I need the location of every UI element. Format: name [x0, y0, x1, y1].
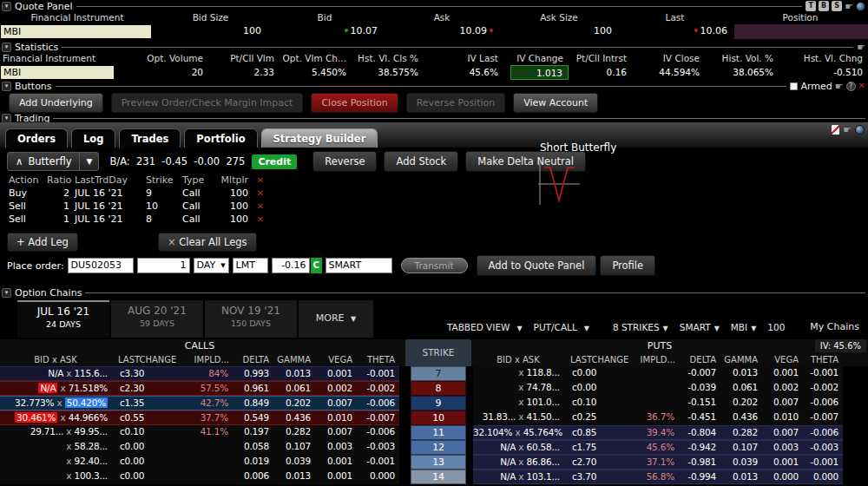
remove-leg-icon[interactable]: ✕ [253, 187, 267, 200]
close-position-button[interactable]: Close Position [311, 93, 398, 113]
leg-type[interactable]: Call [182, 187, 215, 200]
symbol-cell[interactable]: MBI [1, 66, 114, 79]
put-bid-ask-cell[interactable]: 32.104% x 45.764% [473, 426, 563, 439]
reverse-position-button[interactable]: Reverse Position [406, 93, 506, 113]
order-type-input[interactable]: LMT [233, 258, 268, 273]
strikes-select[interactable]: 8 STRIKES▼ [613, 322, 668, 332]
add-stock-button[interactable]: Add Stock [384, 151, 458, 172]
leg-strike[interactable]: 10 [146, 200, 182, 213]
stat-column-header[interactable]: Pt/Cll Vlm [208, 52, 279, 65]
leg-multiplier[interactable]: 100 [215, 213, 253, 226]
call-bid-ask-cell[interactable]: x 92.40... [0, 455, 111, 470]
remove-leg-icon[interactable]: ✕ [253, 174, 267, 187]
strike-cell[interactable]: 9 [411, 396, 466, 410]
position-cell[interactable] [734, 24, 868, 39]
remove-leg-icon[interactable]: ✕ [253, 213, 267, 226]
strike-cell[interactable]: 11 [411, 425, 466, 440]
tab-portfolio[interactable]: Portfolio [184, 128, 257, 148]
leg-action[interactable]: Sell [9, 200, 47, 213]
stat-column-header[interactable]: IV Change [503, 52, 569, 65]
strike-cell[interactable]: 12 [411, 440, 466, 455]
column-header-financial-instrument[interactable]: Financial Instrument [0, 11, 155, 24]
put-bid-ask-cell[interactable]: x 101.0... [473, 396, 563, 410]
leg-ratio[interactable]: 2 [47, 187, 75, 200]
put-call-select[interactable]: PUT/CALL▼ [534, 322, 589, 332]
help-icon[interactable]: ? [846, 82, 856, 91]
call-bid-ask-cell[interactable]: N/A x 115.6... [0, 367, 111, 380]
calls-theta-header[interactable]: THETA [357, 353, 399, 366]
leg-action[interactable]: Sell [9, 213, 47, 226]
add-leg-button[interactable]: + Add Leg [7, 233, 78, 252]
calls-delta-header[interactable]: DELTA [233, 353, 273, 366]
call-bid-ask-cell[interactable]: x 100.3... [0, 470, 111, 484]
notes-icon[interactable] [832, 125, 839, 135]
settings-window-button[interactable]: S [832, 1, 842, 11]
call-bid-ask-cell[interactable]: x 58.28... [0, 440, 111, 455]
calls-last-impld-header[interactable]: LASTCHANGEIMPLD... [111, 353, 233, 366]
leg-expiry[interactable]: JUL 16 '21 [75, 187, 146, 200]
calls-gamma-header[interactable]: GAMMA [273, 353, 315, 366]
strike-cell[interactable]: 14 [411, 470, 466, 484]
strike-cell[interactable]: 7 [411, 366, 466, 381]
view-mode-select[interactable]: TABBED VIEW▼ [447, 322, 523, 332]
armed-checkbox[interactable] [790, 82, 798, 90]
symbol-cell[interactable]: MBI [1, 25, 151, 38]
buttons-disclosure-icon[interactable]: ▾ [2, 82, 11, 91]
leg-strike[interactable]: 8 [146, 213, 182, 226]
column-header-position[interactable]: Position [733, 11, 868, 24]
leg-strike[interactable]: 9 [146, 187, 182, 200]
column-header-ask[interactable]: Ask [383, 11, 501, 24]
stat-column-header[interactable]: Hist. Vol. % [705, 52, 779, 65]
chevron-down-icon[interactable]: ▼ [79, 153, 98, 170]
pointer-icon[interactable]: ☛ [843, 125, 852, 135]
leg-ratio[interactable]: 1 [47, 200, 75, 213]
stat-column-header[interactable]: Pt/Cll Intrst [569, 52, 632, 65]
remove-leg-icon[interactable]: ✕ [253, 200, 267, 213]
price-input[interactable]: -0.16 [272, 258, 310, 273]
ask-size-cell[interactable]: 100 [501, 24, 617, 39]
statistics-disclosure-icon[interactable]: ▾ [2, 43, 11, 52]
size-value[interactable]: 100 [767, 322, 785, 332]
strike-cell[interactable]: 13 [411, 455, 466, 470]
symbol-select[interactable]: MBI▼ [731, 322, 757, 332]
tab-trades[interactable]: Trades [119, 128, 181, 148]
leg-expiry[interactable]: JUL 16 '21 [75, 200, 146, 213]
close-icon[interactable]: ✕ [858, 82, 865, 90]
column-header-ask-size[interactable]: Ask Size [501, 11, 617, 24]
put-bid-ask-cell[interactable]: x 74.78... [473, 381, 563, 396]
add-to-quote-panel-button[interactable]: Add to Quote Panel [477, 255, 597, 276]
route-input[interactable]: SMART [326, 258, 392, 273]
pointer-icon[interactable]: ☛ [835, 82, 844, 91]
stat-column-header[interactable]: Hst. Vl. Chng [779, 52, 868, 65]
pointer-icon[interactable]: ☛ [857, 43, 865, 52]
column-header-bid-size[interactable]: Bid Size [155, 11, 266, 24]
leg-ratio[interactable]: 1 [47, 213, 75, 226]
call-bid-ask-cell[interactable]: 29.71... x 49.95... [0, 425, 111, 440]
put-bid-ask-cell[interactable]: 31.83... x 41.50... [473, 410, 563, 425]
pointer-icon[interactable]: ☛ [845, 2, 853, 11]
option-chains-disclosure-icon[interactable]: ▾ [2, 288, 11, 298]
profile-button[interactable]: Profile [600, 255, 655, 276]
quote-panel-disclosure-icon[interactable]: ▾ [2, 2, 11, 11]
stat-column-header[interactable]: Opt. Vlm Ch... [279, 52, 352, 65]
stat-column-header[interactable]: Financial Instrument [0, 52, 117, 65]
puts-gamma-header[interactable]: GAMMA [720, 353, 762, 366]
leg-type[interactable]: Call [182, 213, 215, 226]
leg-action[interactable]: Buy [9, 187, 47, 200]
put-bid-ask-cell[interactable]: N/A x 103.1... [473, 470, 563, 483]
stat-column-header[interactable]: IV Last [424, 52, 503, 65]
puts-bid-ask-header[interactable]: BID x ASK [473, 353, 563, 366]
last-cell[interactable]: 10.06 [617, 24, 733, 39]
view-account-button[interactable]: View Account [513, 93, 598, 113]
expiry-tab-nov19[interactable]: NOV 19 '21 150 DAYS [205, 300, 297, 338]
strike-cell[interactable]: 8 [411, 381, 466, 396]
trading-disclosure-icon[interactable]: ▾ [2, 114, 11, 123]
strike-cell[interactable]: 10 [411, 410, 466, 425]
put-bid-ask-cell[interactable]: x 118.8... [473, 366, 563, 381]
tab-strategy-builder[interactable]: Strategy Builder [261, 128, 378, 148]
tif-select[interactable]: DAY▼ [194, 258, 229, 273]
stat-column-header[interactable]: IV Close [632, 52, 705, 65]
stat-column-header[interactable]: Opt. Volume [117, 52, 208, 65]
tab-orders[interactable]: Orders [5, 128, 68, 148]
leg-multiplier[interactable]: 100 [215, 187, 253, 200]
